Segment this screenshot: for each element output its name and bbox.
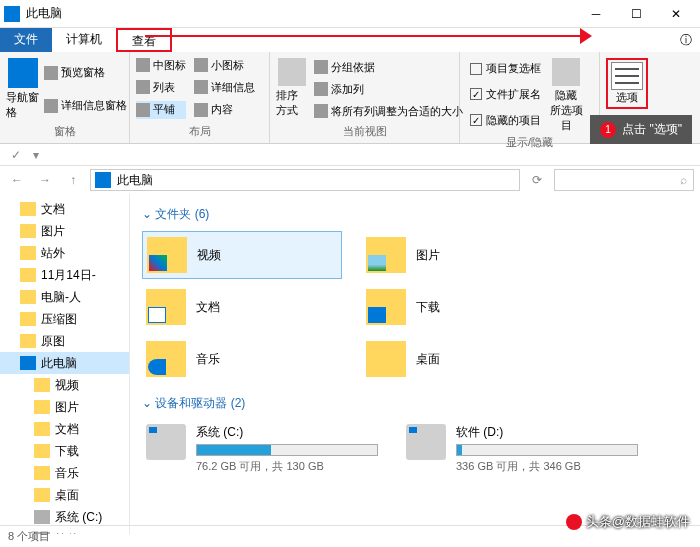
drive-c[interactable]: 系统 (C:) 76.2 GB 可用，共 130 GB bbox=[142, 420, 382, 478]
drive-c-fill bbox=[197, 445, 271, 455]
annotation-arrow-head bbox=[580, 28, 592, 44]
tree-docs2[interactable]: 文档 bbox=[0, 418, 129, 440]
app-icon bbox=[4, 6, 20, 22]
layout-small[interactable]: 小图标 bbox=[194, 56, 255, 74]
tab-view[interactable]: 查看 bbox=[116, 28, 172, 52]
folder-desk[interactable]: 桌面 bbox=[362, 335, 562, 383]
folders-header[interactable]: 文件夹 (6) bbox=[142, 206, 688, 223]
folder-pics[interactable]: 图片 bbox=[362, 231, 562, 279]
check-icon[interactable]: ✓ bbox=[8, 147, 24, 163]
options-icon bbox=[611, 62, 643, 90]
addcol-button[interactable]: 添加列 bbox=[314, 80, 463, 98]
folder-down[interactable]: 下载 bbox=[362, 283, 562, 331]
hidden-items-toggle[interactable]: 隐藏的项目 bbox=[470, 111, 541, 129]
tree-thispc[interactable]: 此电脑 bbox=[0, 352, 129, 374]
nav-pane-button[interactable]: 导航窗格 bbox=[6, 56, 40, 122]
refresh-button[interactable]: ⟳ bbox=[526, 169, 548, 191]
layout-tiles[interactable]: 平铺 bbox=[136, 101, 186, 119]
tree-video[interactable]: 视频 bbox=[0, 374, 129, 396]
tree-pics2[interactable]: 图片 bbox=[0, 396, 129, 418]
watermark-icon bbox=[566, 514, 582, 530]
sizecols-button[interactable]: 将所有列调整为合适的大小 bbox=[314, 102, 463, 120]
details-pane-button[interactable]: 详细信息窗格 bbox=[44, 97, 127, 115]
search-icon: ⌕ bbox=[680, 173, 687, 187]
layout-medium[interactable]: 中图标 bbox=[136, 56, 186, 74]
folder-video[interactable]: 视频 bbox=[142, 231, 342, 279]
tree-zip[interactable]: 压缩图 bbox=[0, 308, 129, 330]
tree-pics[interactable]: 图片 bbox=[0, 220, 129, 242]
drives-header[interactable]: 设备和驱动器 (2) bbox=[142, 395, 688, 412]
tab-file[interactable]: 文件 bbox=[0, 28, 52, 52]
group-label-panes: 窗格 bbox=[6, 122, 123, 139]
file-ext-toggle[interactable]: 文件扩展名 bbox=[470, 85, 541, 103]
sort-button[interactable]: 排序方式 bbox=[276, 56, 308, 122]
window-title: 此电脑 bbox=[26, 5, 576, 22]
drive-icon bbox=[406, 424, 446, 460]
tree-date[interactable]: 11月14日- bbox=[0, 264, 129, 286]
minimize-button[interactable]: ─ bbox=[576, 0, 616, 28]
layout-list[interactable]: 列表 bbox=[136, 78, 186, 96]
tree-orig[interactable]: 原图 bbox=[0, 330, 129, 352]
sort-icon bbox=[278, 58, 306, 86]
back-button[interactable]: ← bbox=[6, 169, 28, 191]
close-button[interactable]: ✕ bbox=[656, 0, 696, 28]
drive-icon bbox=[146, 424, 186, 460]
item-checkboxes-toggle[interactable]: 项目复选框 bbox=[470, 60, 541, 78]
group-label-layout: 布局 bbox=[136, 122, 263, 139]
annotation-badge: 1 bbox=[600, 122, 616, 138]
group-label-curview: 当前视图 bbox=[276, 122, 453, 139]
tree-docs[interactable]: 文档 bbox=[0, 198, 129, 220]
nav-pane-icon bbox=[8, 58, 38, 88]
options-button[interactable]: 选项 bbox=[606, 58, 648, 109]
tree-desk[interactable]: 桌面 bbox=[0, 484, 129, 506]
search-input[interactable]: ⌕ bbox=[554, 169, 694, 191]
annotation-tooltip: 1 点击 "选项" bbox=[590, 115, 692, 144]
tree-down[interactable]: 下载 bbox=[0, 440, 129, 462]
tab-computer[interactable]: 计算机 bbox=[52, 28, 116, 52]
groupby-button[interactable]: 分组依据 bbox=[314, 58, 463, 76]
tree-pcman[interactable]: 电脑-人 bbox=[0, 286, 129, 308]
help-icon[interactable]: ⓘ bbox=[680, 32, 692, 49]
hide-selected-button[interactable]: 隐藏 所选项目 bbox=[545, 56, 587, 133]
watermark: 头条@数据蛙软件 bbox=[566, 513, 690, 531]
folder-docs[interactable]: 文档 bbox=[142, 283, 342, 331]
drive-d-fill bbox=[457, 445, 462, 455]
tree-music[interactable]: 音乐 bbox=[0, 462, 129, 484]
up-button[interactable]: ↑ bbox=[62, 169, 84, 191]
address-bar[interactable]: 此电脑 bbox=[90, 169, 520, 191]
maximize-button[interactable]: ☐ bbox=[616, 0, 656, 28]
folder-music[interactable]: 音乐 bbox=[142, 335, 342, 383]
tree-site[interactable]: 站外 bbox=[0, 242, 129, 264]
dropdown-icon[interactable]: ▾ bbox=[28, 147, 44, 163]
forward-button[interactable]: → bbox=[34, 169, 56, 191]
layout-details[interactable]: 详细信息 bbox=[194, 78, 255, 96]
group-label-showhide: 显示/隐藏 bbox=[466, 133, 593, 150]
preview-pane-button[interactable]: 预览窗格 bbox=[44, 64, 127, 82]
annotation-arrow bbox=[145, 35, 585, 37]
drive-d[interactable]: 软件 (D:) 336 GB 可用，共 346 GB bbox=[402, 420, 642, 478]
nav-tree: 文档 图片 站外 11月14日- 电脑-人 压缩图 原图 此电脑 视频 图片 文… bbox=[0, 194, 130, 534]
hide-icon bbox=[552, 58, 580, 86]
item-count: 8 个项目 bbox=[8, 529, 50, 544]
layout-content[interactable]: 内容 bbox=[194, 101, 255, 119]
pc-icon bbox=[95, 172, 111, 188]
